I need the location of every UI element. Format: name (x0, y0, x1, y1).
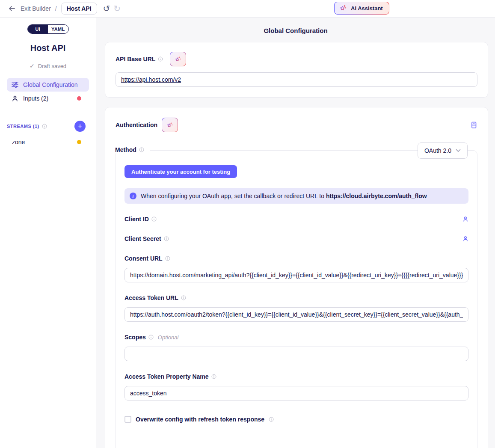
client-id-label: Client ID (124, 216, 149, 223)
undo-icon[interactable]: ↺ (103, 4, 110, 13)
method-selected-value: OAuth 2.0 (424, 147, 451, 154)
sidebar-item-label: Inputs (2) (23, 95, 48, 102)
access-token-property-name-label: Access Token Property Name (124, 373, 209, 380)
user-icon (11, 95, 19, 102)
api-base-url-label: API Base URL (116, 56, 155, 62)
user-input-icon[interactable] (462, 216, 468, 222)
breadcrumb-exit-builder[interactable]: Exit Builder (21, 5, 51, 12)
overwrite-config-checkbox[interactable] (124, 416, 131, 423)
ai-suggest-button[interactable] (170, 52, 186, 66)
sparkle-star-icon (339, 4, 347, 12)
callout-text: When configuring your OAuth app, set the… (141, 193, 427, 199)
info-icon[interactable] (151, 217, 157, 222)
toggle-ui[interactable]: UI (28, 25, 48, 33)
scopes-input[interactable] (124, 347, 468, 361)
page-title: Global Configuration (96, 18, 495, 34)
client-secret-label: Client Secret (124, 235, 161, 242)
authentication-label: Authentication (116, 122, 157, 128)
add-stream-button[interactable]: + (74, 121, 86, 132)
optional-badge: Optional (158, 334, 178, 341)
info-icon[interactable] (269, 417, 274, 422)
breadcrumb-separator: / (55, 5, 57, 12)
connector-title: Host API (0, 43, 96, 53)
access-token-url-label: Access Token URL (124, 294, 178, 301)
access-token-url-input[interactable] (124, 307, 468, 322)
builder-sidebar: UI YAML Host API ✓ Draft saved Global Co… (0, 18, 96, 448)
api-base-url-input[interactable] (116, 72, 477, 87)
info-icon[interactable] (139, 147, 144, 152)
ui-yaml-toggle: UI YAML (27, 24, 69, 34)
sidebar-item-inputs[interactable]: Inputs (2) (7, 92, 89, 105)
info-icon[interactable] (42, 124, 47, 129)
main-content: Global Configuration API Base URL (96, 18, 495, 448)
access-token-property-name-input[interactable] (124, 386, 468, 401)
save-status-label: Draft saved (38, 63, 66, 69)
docs-book-icon[interactable] (470, 122, 477, 129)
overwrite-config-label: Overwrite config with refresh token resp… (136, 416, 264, 423)
connector-name-field[interactable]: Host API (61, 3, 97, 15)
client-secret-row: Client Secret (124, 234, 468, 243)
top-bar: Exit Builder / Host API ↺ ↻ AI Assistant (0, 0, 495, 18)
sidebar-item-label: Global Configuration (23, 81, 78, 88)
oauth-callout: i When configuring your OAuth app, set t… (124, 188, 468, 204)
ai-assistant-button[interactable]: AI Assistant (334, 2, 389, 15)
consent-url-label: Consent URL (124, 255, 163, 262)
info-icon[interactable] (181, 295, 186, 300)
stream-name: zone (12, 139, 25, 145)
client-id-row: Client ID (124, 215, 468, 223)
info-icon[interactable] (211, 374, 216, 379)
authenticate-button[interactable]: Authenticate your account for testing (124, 165, 237, 178)
chevron-down-icon (456, 149, 461, 152)
callout-url: https://cloud.airbyte.com/auth_flow (326, 193, 427, 199)
back-arrow-icon[interactable] (7, 3, 17, 14)
method-label: Method (115, 146, 136, 153)
info-icon[interactable] (158, 56, 163, 62)
sidebar-item-global-configuration[interactable]: Global Configuration (7, 78, 89, 92)
authentication-card: Authentication Method (105, 107, 488, 448)
streams-header-label: STREAMS (1) (7, 124, 39, 129)
overwrite-config-row: Overwrite config with refresh token resp… (124, 416, 468, 423)
ai-assistant-label: AI Assistant (351, 5, 383, 12)
info-icon[interactable] (164, 236, 169, 241)
method-group: Method OAuth 2.0 Authenticate your accou… (116, 150, 477, 448)
scopes-label: Scopes (124, 334, 146, 341)
info-icon[interactable] (148, 335, 154, 340)
check-icon: ✓ (30, 62, 35, 69)
info-circle-icon: i (130, 193, 136, 199)
info-icon[interactable] (165, 256, 170, 261)
api-base-url-card: API Base URL (105, 42, 488, 98)
inputs-status-dot (77, 96, 81, 101)
plus-icon: + (78, 122, 82, 131)
user-input-icon[interactable] (462, 236, 468, 242)
stream-status-dot (77, 140, 81, 144)
ai-suggest-button[interactable] (162, 118, 178, 132)
toggle-yaml[interactable]: YAML (48, 25, 68, 33)
method-dropdown[interactable]: OAuth 2.0 (418, 142, 468, 159)
consent-url-input[interactable] (124, 268, 468, 282)
stream-item-zone[interactable]: zone (7, 137, 89, 147)
save-status: ✓ Draft saved (0, 62, 96, 69)
sidebar-nav: Global Configuration Inputs (2) (7, 78, 89, 105)
sliders-icon (11, 81, 19, 89)
streams-header: STREAMS (1) + (7, 121, 89, 132)
optional-fields-toggle[interactable]: Optional fields (124, 441, 468, 448)
redo-icon: ↻ (113, 4, 121, 13)
